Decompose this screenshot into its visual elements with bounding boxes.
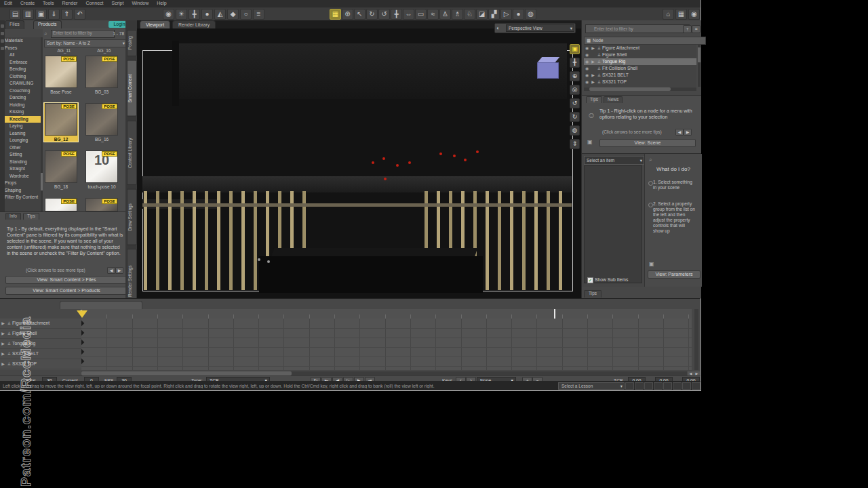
- export-icon[interactable]: ⇑: [61, 9, 73, 20]
- list-icon[interactable]: ≡: [253, 9, 264, 20]
- timeline-track-figure-attachment[interactable]: ▶♙Figure Attachment: [0, 319, 81, 329]
- surface-icon[interactable]: ▞: [488, 9, 500, 20]
- tree-node-sx321-top[interactable]: ◉▶♙SX321 TOP: [584, 79, 696, 85]
- viewport-canvas[interactable]: [137, 28, 581, 298]
- eyedropper-icon[interactable]: ◭: [214, 9, 226, 20]
- menu-tools[interactable]: Tools: [39, 0, 58, 5]
- tab-info[interactable]: Info: [5, 213, 21, 220]
- visibility-eye-icon[interactable]: ◉: [584, 65, 590, 72]
- visibility-eye-icon[interactable]: ◉: [584, 72, 590, 79]
- light-icon[interactable]: ☀: [176, 9, 187, 20]
- category-leaning[interactable]: Leaning: [5, 130, 42, 138]
- half-icon[interactable]: ◪: [476, 9, 488, 20]
- menu-connect[interactable]: Connect: [81, 0, 107, 5]
- scene-add-button[interactable]: ＋: [683, 25, 692, 33]
- dolly-icon[interactable]: ◍: [570, 125, 580, 136]
- null-icon[interactable]: ╋: [189, 9, 200, 20]
- timeline-tab[interactable]: [60, 301, 142, 309]
- tab-news[interactable]: News: [604, 96, 623, 103]
- save-icon[interactable]: ▣: [35, 9, 47, 20]
- import-icon[interactable]: ⇓: [48, 9, 60, 20]
- tree-node-fit-collision-shell[interactable]: ◉ ♙Fit Collision Shell: [584, 65, 696, 72]
- visibility-eye-icon[interactable]: ◉: [584, 79, 590, 85]
- bank-icon[interactable]: ⇕: [570, 139, 580, 149]
- orbit-icon[interactable]: ↺: [378, 9, 390, 20]
- category-crawling[interactable]: CRAWLING: [5, 80, 42, 87]
- category-bending[interactable]: Bending: [5, 66, 42, 73]
- status-tool-button[interactable]: [663, 382, 672, 390]
- category-embrace[interactable]: Embrace: [5, 59, 42, 66]
- category-kissing[interactable]: Kissing: [5, 108, 42, 116]
- orbit-icon[interactable]: ↺: [570, 98, 580, 108]
- prev-tip-button[interactable]: ◀: [107, 267, 115, 274]
- tab-tips-bottom[interactable]: Tips: [584, 290, 601, 298]
- timeline-track-sx321-top[interactable]: ▶♙SX321 TOP: [0, 359, 81, 369]
- expand-arrow-icon[interactable]: ▶: [590, 58, 596, 65]
- visibility-eye-icon[interactable]: ◉: [584, 45, 590, 52]
- home-icon[interactable]: ⌂: [663, 9, 674, 20]
- tab-tips[interactable]: Tips: [586, 96, 602, 103]
- status-tool-button[interactable]: [654, 382, 663, 390]
- hand-icon[interactable]: ♗: [452, 9, 463, 20]
- paint-icon[interactable]: ◆: [227, 9, 239, 20]
- view-parameters-button[interactable]: View: Parameters: [648, 270, 701, 279]
- category-holding[interactable]: Holding: [5, 102, 42, 109]
- side-tab-posing[interactable]: Posing: [127, 30, 137, 56]
- visibility-eye-icon[interactable]: ◉: [584, 52, 590, 58]
- play-icon[interactable]: ▷: [500, 9, 512, 20]
- keyframe-marker[interactable]: [81, 330, 84, 336]
- new-icon[interactable]: ▤: [9, 9, 21, 20]
- tree-node-sx321-belt[interactable]: ◉▶♙SX321 BELT: [584, 72, 696, 79]
- category-crouching[interactable]: Crouching: [5, 87, 42, 95]
- thumbnail-bg_16[interactable]: POSEBG_16: [85, 103, 119, 142]
- scene-menu-button[interactable]: ≡: [692, 25, 701, 33]
- category-lounging[interactable]: Lounging: [5, 137, 42, 144]
- camera2-icon[interactable]: ◍: [525, 9, 536, 20]
- aim-icon[interactable]: ◎: [570, 85, 580, 95]
- tab-files[interactable]: Files: [5, 20, 24, 29]
- viewport-select-icon[interactable]: ⊕: [342, 9, 353, 20]
- pose-icon[interactable]: ♘: [464, 9, 475, 20]
- category-materials[interactable]: Materials: [5, 37, 42, 45]
- view-smart-content-files-button[interactable]: View: Smart Content > Files: [5, 276, 127, 284]
- tree-node-figure-attachment[interactable]: ◉▶♙Figure Attachment: [584, 45, 696, 52]
- timeline-track-figure-shell[interactable]: ▶♙Figure Shell: [0, 329, 81, 339]
- tree-node-figure-shell[interactable]: ◉ ♙Figure Shell: [584, 52, 696, 58]
- show-sub-items-checkbox[interactable]: ✓ Show Sub Items: [587, 277, 628, 283]
- undo-icon[interactable]: ↶: [74, 9, 85, 20]
- timeline-track-grid[interactable]: [81, 319, 692, 370]
- side-tab-content-library[interactable]: Content Library: [127, 121, 137, 185]
- scene-filter-input[interactable]: Enter text to filter by: [585, 24, 690, 33]
- category-laying[interactable]: Laying: [5, 123, 42, 130]
- category-dancing[interactable]: Dancing: [5, 94, 42, 102]
- expand-arrow-icon[interactable]: ▶: [590, 79, 596, 85]
- playhead[interactable]: [77, 310, 87, 318]
- status-tool-button[interactable]: [692, 382, 701, 390]
- grid-icon[interactable]: ▦: [675, 9, 687, 20]
- keyframe-marker[interactable]: [81, 359, 84, 364]
- category-kneeling[interactable]: Kneeling: [5, 116, 42, 123]
- timeline-track-tongue-rig[interactable]: ▶♙Tongue Rig: [0, 339, 81, 349]
- filter-input[interactable]: Enter text to filter by: [51, 30, 115, 38]
- next-tip-button[interactable]: ▶: [684, 129, 692, 136]
- keyframe-marker[interactable]: [81, 349, 84, 354]
- view-smart-content-products-button[interactable]: View: Smart Content > Products: [5, 287, 127, 295]
- thumbnail-partial[interactable]: POSE: [44, 198, 78, 211]
- view-cube-gizmo[interactable]: [537, 57, 560, 77]
- open-icon[interactable]: ▥: [22, 9, 34, 20]
- category-wardrobe[interactable]: Wardrobe: [5, 173, 42, 180]
- thumbnail-partial[interactable]: POSE: [85, 198, 119, 211]
- sphere-icon[interactable]: ●: [513, 9, 524, 20]
- category-all[interactable]: All: [5, 52, 42, 59]
- category-standing[interactable]: Standing: [5, 159, 42, 166]
- status-tool-button[interactable]: [635, 382, 644, 390]
- camera-icon[interactable]: ◉: [163, 9, 174, 20]
- pointer-icon[interactable]: ↖: [354, 9, 366, 20]
- tree-hscrollbar[interactable]: [584, 87, 696, 91]
- tab-tips[interactable]: Tips: [23, 213, 39, 220]
- category-poses[interactable]: Poses: [5, 45, 42, 52]
- category-sitting[interactable]: Sitting: [5, 151, 42, 159]
- thumbnail-bg_12[interactable]: POSEBG_12: [44, 103, 78, 142]
- thumbnail-bg_18[interactable]: POSEBG_18: [44, 150, 78, 189]
- status-tool-button[interactable]: [673, 382, 682, 390]
